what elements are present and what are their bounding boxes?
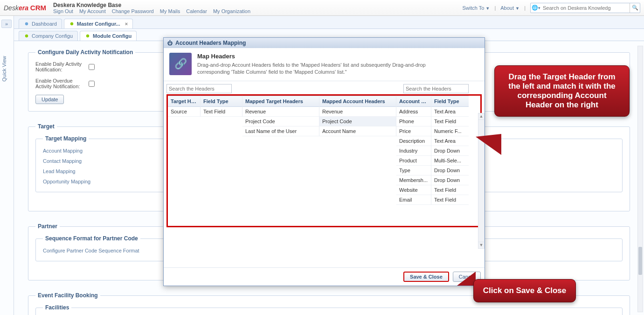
gear-icon bbox=[85, 33, 90, 39]
callout-save-instruction: Click on Save & Close bbox=[473, 279, 576, 302]
link-mymails[interactable]: My Mails bbox=[160, 8, 180, 14]
dialog-body: Target He... Field Type Mapped Target He… bbox=[164, 81, 485, 267]
save-close-button[interactable]: Save & Close bbox=[403, 272, 449, 282]
account-header-cell[interactable]: Email bbox=[396, 195, 431, 205]
dialog-footer: Save & Close Cancel bbox=[164, 267, 485, 286]
account-header-cell[interactable]: Product bbox=[396, 156, 431, 166]
scroll-down-icon[interactable]: ▼ bbox=[478, 242, 484, 248]
about-menu[interactable]: About ▼ bbox=[500, 5, 519, 11]
subtab-company-config[interactable]: Company Configu bbox=[19, 31, 78, 41]
account-fieldtype-cell: Drop Down bbox=[431, 175, 469, 185]
link-signout[interactable]: Sign Out bbox=[53, 8, 73, 14]
link-lead-mapping[interactable]: Lead Mapping bbox=[43, 168, 76, 174]
link-partner-seq[interactable]: Configure Partner Code Sequence Format bbox=[43, 248, 139, 253]
tab-master-config[interactable]: Master Configur...× bbox=[64, 19, 133, 28]
quickview-expand-button[interactable]: » bbox=[1, 20, 12, 28]
link-calendar[interactable]: Calendar bbox=[186, 8, 207, 14]
scroll-up-icon[interactable]: ▲ bbox=[478, 113, 484, 120]
link-myorg[interactable]: My Organization bbox=[213, 8, 250, 14]
tab-dashboard[interactable]: Dashboard bbox=[19, 19, 62, 28]
partner-legend: Partner bbox=[35, 223, 60, 230]
col-mapped-account[interactable]: Mapped Account Headers bbox=[319, 96, 396, 107]
globe-icon[interactable]: 🌐▾ bbox=[531, 5, 541, 11]
account-fieldtype-cell: Multi-Sele... bbox=[431, 156, 469, 166]
switch-to-menu[interactable]: Switch To ▼ bbox=[462, 5, 490, 11]
main-tabstrip: Dashboard Master Configur...× bbox=[14, 16, 644, 29]
enable-daily-label: Enable Daily Activity Notification: bbox=[35, 61, 87, 72]
account-fieldtype-cell: Text Field bbox=[431, 185, 469, 195]
map-headers-heading: Map Headers bbox=[197, 53, 458, 60]
mapped-target-cell[interactable]: Project Code bbox=[242, 117, 319, 126]
gear-icon bbox=[24, 33, 29, 39]
account-header-cell[interactable]: Type bbox=[396, 166, 431, 175]
gear-icon bbox=[69, 21, 75, 27]
account-headers-col: AddressPhonePriceDescriptionIndustryProd… bbox=[396, 107, 431, 205]
link-contact-mapping[interactable]: Contact Mapping bbox=[43, 158, 82, 164]
kb-title: Deskera Knowledge Base bbox=[53, 2, 255, 8]
main-scrollbar[interactable] bbox=[637, 46, 643, 312]
event-legend: Event Facility Booking bbox=[35, 292, 100, 299]
scroll-thumb[interactable] bbox=[638, 247, 642, 275]
account-fieldtype-cell: Drop Down bbox=[431, 166, 469, 175]
account-header-cell[interactable]: Website bbox=[396, 185, 431, 195]
app-logo: Deskera CRM bbox=[4, 4, 46, 12]
chain-icon bbox=[169, 53, 192, 75]
search-button[interactable]: 🔍 bbox=[630, 3, 640, 13]
global-search[interactable]: 🌐▾ 🔍 bbox=[530, 3, 640, 13]
enable-daily-checkbox[interactable] bbox=[89, 64, 95, 70]
dialog-header: Map Headers Drag-and-drop Account Header… bbox=[164, 48, 485, 81]
account-header-cell[interactable]: Phone bbox=[396, 117, 431, 126]
col-target-header[interactable]: Target He... bbox=[168, 96, 200, 107]
mapped-account-cell[interactable]: Revenue bbox=[319, 107, 396, 117]
update-button[interactable]: Update bbox=[35, 95, 64, 104]
account-header-cell[interactable]: Industry bbox=[396, 146, 431, 156]
enable-overdue-checkbox[interactable] bbox=[89, 81, 95, 87]
link-opportunity-mapping[interactable]: Opportunity Mapping bbox=[43, 179, 90, 184]
account-header-cell[interactable]: Price bbox=[396, 126, 431, 136]
account-fieldtype-cell: Text Field bbox=[431, 117, 469, 126]
target-mapping-legend: Target Mapping bbox=[43, 135, 89, 142]
partner-seq-legend: Sequence Format for Partner Code bbox=[43, 235, 140, 242]
mapped-target-cell[interactable]: Last Name of the User bbox=[242, 126, 319, 136]
target-header-cell[interactable]: Source bbox=[168, 107, 200, 117]
link-changepw[interactable]: Change Password bbox=[112, 8, 154, 14]
search-headers-left[interactable] bbox=[166, 84, 232, 93]
link-myaccount[interactable]: My Account bbox=[79, 8, 106, 14]
map-headers-desc: Drag-and-drop Account Headers fields to … bbox=[197, 62, 458, 76]
power-icon: ⏻ bbox=[167, 40, 173, 46]
daily-activity-legend: Configure Daily Activity Notification bbox=[35, 49, 135, 56]
enable-overdue-label: Enable Overdue Activity Notification: bbox=[35, 78, 87, 89]
col-field-type[interactable]: Field Type bbox=[201, 96, 242, 107]
col-field-type2[interactable]: Field Type bbox=[431, 96, 469, 107]
callout-tail bbox=[457, 272, 476, 286]
facilities-fieldset: Facilities bbox=[35, 304, 623, 315]
mapped-account-cell[interactable]: Account Name bbox=[319, 126, 396, 136]
mapped-target-cell[interactable]: Revenue bbox=[242, 107, 319, 117]
col-account-header[interactable]: Account H... bbox=[396, 96, 431, 107]
account-header-cell[interactable]: Membersh... bbox=[396, 175, 431, 185]
account-header-cell[interactable]: Address bbox=[396, 107, 431, 117]
subtab-module-config[interactable]: Module Configu bbox=[80, 31, 137, 41]
search-headers-right[interactable] bbox=[403, 84, 469, 93]
quickview-tab[interactable]: Quick View bbox=[1, 56, 7, 82]
search-input[interactable] bbox=[541, 4, 630, 12]
account-fieldtype-cell: Numeric F... bbox=[431, 126, 469, 136]
mapped-account-cell[interactable]: Project Code bbox=[319, 117, 396, 126]
account-fieldtype-col: Text AreaText FieldNumeric F...Text Area… bbox=[431, 107, 469, 205]
mapping-grid-highlight: Target He... Field Type Mapped Target He… bbox=[166, 94, 482, 227]
account-headers-mapping-dialog: ⏻ Account Headers Mapping Map Headers Dr… bbox=[163, 37, 485, 286]
dashboard-icon bbox=[24, 21, 29, 27]
dialog-scrollbar[interactable]: ▲ ▼ bbox=[478, 113, 485, 249]
facilities-legend: Facilities bbox=[43, 304, 71, 311]
link-account-mapping[interactable]: Account Mapping bbox=[43, 148, 83, 154]
target-fieldtype-cell: Text Field bbox=[201, 107, 242, 117]
callout-drag-instruction: Drag the Target Header from the left and… bbox=[494, 65, 630, 117]
header-links: Sign Out My Account Change Password My M… bbox=[53, 8, 255, 14]
dialog-titlebar[interactable]: ⏻ Account Headers Mapping bbox=[164, 38, 485, 48]
col-mapped-target[interactable]: Mapped Target Headers bbox=[242, 96, 319, 107]
account-header-cell[interactable]: Description bbox=[396, 136, 431, 146]
header-info: Deskera Knowledge Base Sign Out My Accou… bbox=[53, 2, 255, 14]
close-icon[interactable]: × bbox=[125, 21, 128, 27]
account-fieldtype-cell: Text Field bbox=[431, 195, 469, 205]
account-fieldtype-cell: Text Area bbox=[431, 136, 469, 146]
